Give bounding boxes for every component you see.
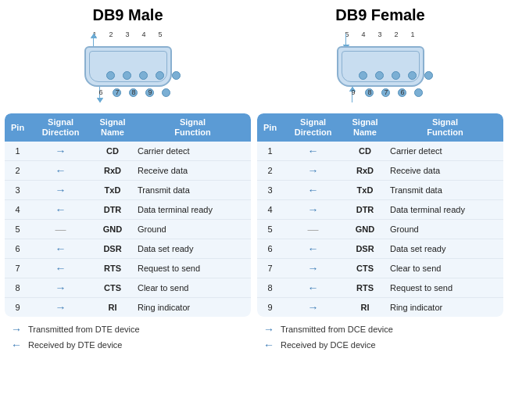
cell-dir: → — [283, 161, 343, 181]
cell-pin: 6 — [5, 239, 30, 259]
cell-dir: — — [30, 220, 91, 239]
table-row: 2 ← RxD Receive data — [5, 161, 251, 181]
arrow-right-icon: → — [308, 262, 319, 275]
cell-func: Data terminal ready — [387, 200, 503, 220]
right-legend: → Transmitted from DCE device ← Received… — [257, 323, 503, 354]
cell-pin: 8 — [257, 278, 283, 298]
cell-dir: → — [283, 298, 343, 317]
cell-name: RTS — [343, 278, 387, 298]
table-row: 3 ← TxD Transmit data — [257, 181, 503, 200]
right-legend-left: ← Received by DCE device — [263, 339, 503, 351]
table-row: 4 → DTR Data terminal ready — [257, 200, 503, 220]
cell-dir: ← — [30, 200, 91, 220]
arrow-right-icon: → — [308, 301, 319, 314]
left-col-pin: Pin — [5, 113, 30, 142]
left-legend-left: ← Received by DTE device — [11, 339, 251, 351]
cell-dir: → — [30, 142, 91, 161]
cell-pin: 1 — [5, 142, 30, 161]
left-col-name: SignalName — [91, 113, 134, 142]
cell-func: Carrier detect — [134, 142, 251, 161]
cell-pin: 3 — [5, 181, 30, 200]
arrow-left-icon: ← — [55, 164, 66, 177]
right-legend-right-label: Transmitted from DCE device — [281, 325, 393, 334]
table-row: 1 → CD Carrier detect — [5, 142, 251, 161]
cell-func: Data set ready — [387, 239, 503, 259]
cell-pin: 7 — [5, 259, 30, 278]
table-row: 4 ← DTR Data terminal ready — [5, 200, 251, 220]
right-connector-diagram: 5 4 3 2 1 — [326, 29, 435, 107]
table-row: 6 ← DSR Data set ready — [5, 239, 251, 259]
cell-func: Data terminal ready — [134, 200, 251, 220]
table-row: 6 ← DSR Data set ready — [257, 239, 503, 259]
arrow-dash-icon: — — [55, 223, 66, 235]
cell-name: CD — [91, 142, 134, 161]
cell-func: Request to send — [134, 259, 251, 278]
right-panel: DB9 Female 5 4 3 2 1 — [257, 6, 503, 354]
cell-dir: ← — [30, 239, 91, 259]
cell-name: RxD — [91, 161, 134, 181]
cell-dir: → — [30, 181, 91, 200]
cell-name: DSR — [343, 239, 387, 259]
cell-pin: 6 — [257, 239, 283, 259]
cell-pin: 2 — [5, 161, 30, 181]
right-bottom-pin-labels: 9 8 7 6 — [349, 88, 407, 96]
arrow-right-icon: → — [55, 145, 66, 157]
cell-pin: 4 — [5, 200, 30, 220]
table-row: 3 → TxD Transmit data — [5, 181, 251, 200]
left-connector-body — [84, 46, 172, 87]
table-row: 2 → RxD Receive data — [257, 161, 503, 181]
right-legend-right-arrow: → — [263, 323, 274, 336]
table-row: 5 — GND Ground — [5, 220, 251, 239]
table-row: 1 ← CD Carrier detect — [257, 142, 503, 161]
left-legend-right-arrow: → — [11, 323, 22, 336]
cell-name: CD — [343, 142, 387, 161]
right-col-name: SignalName — [343, 113, 387, 142]
left-legend-left-arrow: ← — [11, 339, 22, 351]
cell-dir: — — [283, 220, 343, 239]
left-legend: → Transmitted from DTE device ← Received… — [5, 323, 251, 354]
table-row: 8 → CTS Clear to send — [5, 278, 251, 298]
cell-dir: → — [283, 259, 343, 278]
arrow-left-icon: ← — [308, 145, 319, 157]
cell-name: RI — [91, 298, 134, 317]
cell-dir: → — [30, 298, 91, 317]
cell-dir: ← — [283, 239, 343, 259]
cell-dir: ← — [30, 259, 91, 278]
arrow-left-icon: ← — [55, 203, 66, 216]
cell-name: DSR — [91, 239, 134, 259]
main-container: DB9 Male 1 2 3 4 5 — [0, 0, 508, 361]
cell-dir: → — [30, 278, 91, 298]
right-legend-right: → Transmitted from DCE device — [263, 323, 503, 336]
left-col-dir: SignalDirection — [30, 113, 91, 142]
left-legend-left-label: Received by DTE device — [28, 340, 122, 350]
right-legend-left-label: Received by DCE device — [281, 340, 376, 350]
arrow-right-icon: → — [55, 184, 66, 196]
left-connector-diagram: 1 2 3 4 5 — [73, 29, 183, 107]
left-panel: DB9 Male 1 2 3 4 5 — [5, 6, 251, 354]
cell-name: CTS — [91, 278, 134, 298]
cell-name: TxD — [343, 181, 387, 200]
left-top-pin-labels: 1 2 3 4 5 — [91, 31, 165, 38]
cell-name: GND — [343, 220, 387, 239]
cell-pin: 5 — [257, 220, 283, 239]
right-col-dir: SignalDirection — [283, 113, 343, 142]
cell-dir: → — [283, 200, 343, 220]
arrow-left-icon: ← — [55, 262, 66, 275]
cell-func: Request to send — [387, 278, 503, 298]
table-row: 7 → CTS Clear to send — [257, 259, 503, 278]
cell-dir: ← — [30, 161, 91, 181]
cell-func: Transmit data — [387, 181, 503, 200]
cell-func: Ring indicator — [387, 298, 503, 317]
left-top-pins — [106, 71, 181, 80]
cell-func: Transmit data — [134, 181, 251, 200]
arrow-right-icon: → — [308, 164, 319, 177]
table-row: 9 → RI Ring indicator — [257, 298, 503, 317]
cell-name: RTS — [91, 259, 134, 278]
cell-dir: ← — [283, 181, 343, 200]
arrow-right-icon: → — [55, 301, 66, 314]
cell-func: Clear to send — [134, 278, 251, 298]
left-legend-right-label: Transmitted from DTE device — [28, 325, 140, 334]
right-top-pins — [359, 71, 433, 80]
arrow-right-icon: → — [308, 203, 319, 216]
arrow-left-icon: ← — [308, 242, 319, 255]
